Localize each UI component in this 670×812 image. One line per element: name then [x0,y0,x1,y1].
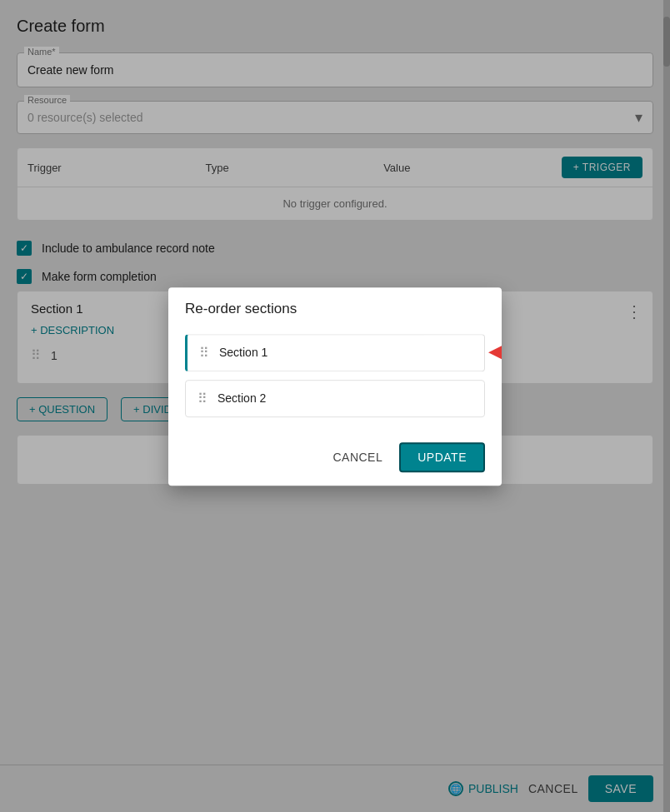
drag-handle-2-icon: ⠿ [198,391,208,406]
modal-body: ⠿ Section 1 ⠿ Section 2 [168,324,502,436]
page-background: Create form Name* Resource 0 resource(s)… [0,0,670,812]
modal-update-button[interactable]: UPDATE [399,442,485,472]
section-item-1[interactable]: ⠿ Section 1 [185,334,485,371]
section-item-2[interactable]: ⠿ Section 2 [185,380,485,417]
drag-handle-1-icon: ⠿ [199,345,209,361]
red-arrow-indicator [486,340,502,365]
modal-cancel-button[interactable]: CANCEL [322,442,392,472]
modal-title: Re-order sections [185,301,485,317]
modal-header: Re-order sections [168,287,502,324]
modal-footer: CANCEL UPDATE [168,436,502,486]
section-item-1-label: Section 1 [219,346,472,359]
section-item-2-label: Section 2 [218,391,472,405]
reorder-sections-modal: Re-order sections ⠿ Section 1 [168,287,502,486]
